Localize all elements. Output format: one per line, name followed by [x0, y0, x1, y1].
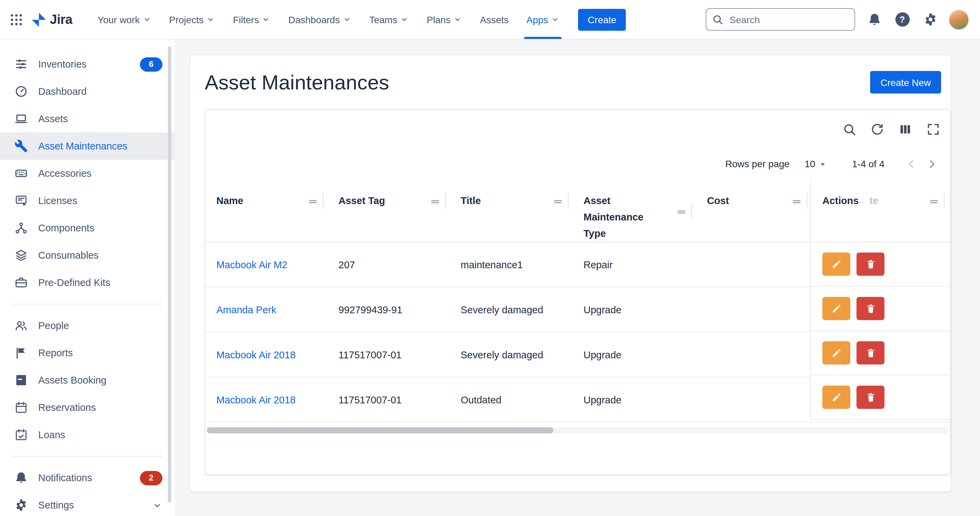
- drag-handle-icon[interactable]: [791, 196, 803, 207]
- nav-dashboards[interactable]: Dashboards: [280, 0, 360, 39]
- edit-button[interactable]: [822, 297, 850, 320]
- trash-icon: [865, 392, 876, 403]
- nav-label: Dashboards: [288, 14, 340, 25]
- search-icon: [712, 14, 724, 25]
- drag-handle-icon[interactable]: [429, 196, 441, 207]
- cell-actions: [811, 331, 950, 376]
- edit-button[interactable]: [822, 253, 850, 276]
- sidebar-item-dashboard[interactable]: Dashboard: [0, 78, 175, 105]
- topbar-actions: ?: [863, 8, 970, 30]
- sidebar-item-notifications[interactable]: Notifications 2: [0, 464, 175, 491]
- rows-per-page-value: 10: [805, 158, 815, 169]
- people-icon: [14, 319, 28, 333]
- top-navigation-bar: Jira Your work Projects Filters Dashboar…: [0, 0, 980, 40]
- app-body: Inventories 6 Dashboard Assets Asset Mai…: [0, 40, 980, 516]
- sidebar-divider: [11, 304, 163, 304]
- sidebar-item-accessories[interactable]: Accessories: [0, 160, 175, 187]
- license-icon: [14, 194, 28, 207]
- sidebar-item-reservations[interactable]: Reservations: [0, 394, 175, 421]
- app-switcher-button[interactable]: [5, 8, 27, 30]
- sidebar-item-licenses[interactable]: Licenses: [0, 187, 175, 214]
- sidebar-item-assets-booking[interactable]: Assets Booking: [0, 366, 175, 394]
- sidebar-item-settings[interactable]: Settings: [0, 491, 175, 516]
- chevron-down-icon: [207, 15, 215, 24]
- drag-handle-icon[interactable]: [928, 196, 940, 207]
- help-button[interactable]: ?: [891, 8, 913, 30]
- sidebar-item-label: Licenses: [38, 195, 77, 206]
- jira-logo-text: Jira: [50, 12, 72, 27]
- sidebar-item-label: Reports: [38, 347, 73, 358]
- nav-your-work[interactable]: Your work: [89, 0, 161, 39]
- sidebar-item-asset-maintenances[interactable]: Asset Maintenances: [0, 132, 175, 160]
- jira-logo[interactable]: Jira: [27, 11, 79, 28]
- nav-assets[interactable]: Assets: [471, 0, 517, 39]
- cell-title: Outdated: [450, 394, 573, 405]
- previous-page-button[interactable]: [901, 154, 921, 174]
- nav-plans[interactable]: Plans: [418, 0, 471, 39]
- sidebar-item-loans[interactable]: Loans: [0, 421, 175, 448]
- sidebar-item-components[interactable]: Components: [0, 214, 175, 242]
- nav-projects[interactable]: Projects: [161, 0, 224, 39]
- nav-apps[interactable]: Apps: [518, 0, 569, 39]
- create-new-button[interactable]: Create New: [870, 71, 941, 94]
- asset-maintenances-card: Asset Maintenances Create New: [190, 54, 951, 492]
- cell-asset-tag: 117517007-01: [328, 349, 450, 360]
- column-header-asset-maintenance-type: Asset Maintenance Type: [573, 180, 696, 242]
- asset-link[interactable]: Amanda Perk: [216, 304, 277, 315]
- column-divider: [568, 193, 568, 209]
- edit-button[interactable]: [822, 385, 850, 409]
- drag-handle-icon[interactable]: [307, 196, 319, 207]
- create-button[interactable]: Create: [578, 8, 626, 30]
- profile-button[interactable]: [947, 8, 970, 30]
- primary-nav: Your work Projects Filters Dashboards Te…: [89, 0, 568, 39]
- table-columns-button[interactable]: [897, 121, 912, 137]
- sidebar-item-label: Settings: [38, 500, 74, 511]
- cell-name: Macbook Air 2018: [205, 349, 328, 360]
- chevron-left-icon: [905, 157, 918, 170]
- sliders-icon: [14, 57, 28, 71]
- delete-button[interactable]: [856, 253, 885, 276]
- asset-link[interactable]: Macbook Air 2018: [216, 349, 296, 360]
- asset-link[interactable]: Macbook Air M2: [216, 259, 287, 270]
- delete-button[interactable]: [856, 297, 885, 320]
- refresh-icon: [870, 122, 884, 136]
- nav-label: Projects: [169, 14, 204, 25]
- pencil-icon: [831, 392, 842, 403]
- horizontal-scrollbar-thumb[interactable]: [207, 427, 554, 433]
- nav-filters[interactable]: Filters: [224, 0, 280, 39]
- nav-teams[interactable]: Teams: [360, 0, 418, 39]
- column-label: Actions: [822, 193, 859, 209]
- asset-link[interactable]: Macbook Air 2018: [216, 394, 296, 405]
- next-page-button[interactable]: [921, 154, 942, 174]
- notifications-button[interactable]: [863, 8, 885, 30]
- horizontal-scrollbar-track[interactable]: [207, 427, 948, 433]
- columns-icon: [898, 122, 912, 136]
- sidebar-item-inventories[interactable]: Inventories 6: [0, 51, 175, 78]
- table-panel: Rows per page 10 1-4 of 4: [205, 109, 951, 475]
- drag-handle-icon[interactable]: [552, 196, 564, 207]
- global-search[interactable]: [706, 8, 855, 31]
- edit-button[interactable]: [822, 341, 850, 365]
- sidebar-item-label: Accessories: [38, 168, 91, 179]
- search-input[interactable]: [728, 13, 849, 25]
- table-search-button[interactable]: [842, 121, 856, 137]
- rows-per-page-select[interactable]: 10: [800, 158, 832, 170]
- sidebar-item-pre-defined-kits[interactable]: Pre-Defined Kits: [0, 269, 175, 296]
- table-fullscreen-button[interactable]: [925, 121, 940, 137]
- sidebar-item-consumables[interactable]: Consumables: [0, 242, 175, 269]
- table-refresh-button[interactable]: [869, 121, 885, 137]
- pagination-bar: Rows per page 10 1-4 of 4: [205, 137, 950, 180]
- delete-button[interactable]: [856, 385, 885, 409]
- sidebar-item-people[interactable]: People: [0, 312, 175, 339]
- delete-button[interactable]: [856, 341, 885, 365]
- sidebar-item-label: Components: [38, 223, 94, 233]
- sidebar-item-label: Assets: [38, 113, 68, 124]
- settings-button[interactable]: [919, 8, 941, 30]
- sidebar-item-assets[interactable]: Assets: [0, 105, 175, 132]
- sidebar-item-reports[interactable]: Reports: [0, 339, 175, 366]
- column-divider: [691, 203, 692, 219]
- sidebar-item-label: Dashboard: [38, 86, 87, 97]
- drag-handle-icon[interactable]: [676, 206, 687, 218]
- sidebar-scrollbar[interactable]: [168, 46, 171, 502]
- gear-icon: [923, 12, 937, 27]
